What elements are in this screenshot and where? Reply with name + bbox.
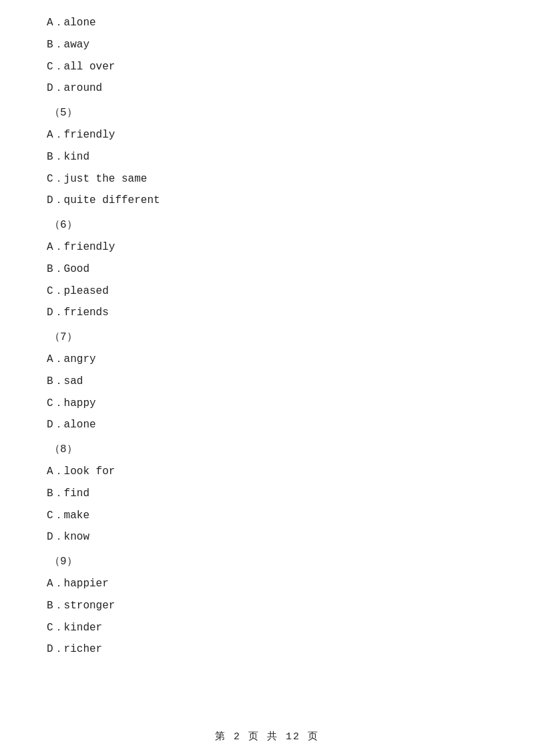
main-content: A．aloneB．awayC．all overD．around（5）A．frie… <box>0 0 534 702</box>
section-label: （5） <box>47 104 487 123</box>
section-label: （6） <box>47 216 487 235</box>
option-item: A．alone <box>47 13 487 33</box>
option-item: C．pleased <box>47 282 487 301</box>
option-item: B．kind <box>47 148 487 167</box>
option-item: D．quite different <box>47 191 487 210</box>
option-item: C．just the same <box>47 170 487 189</box>
section-label: （8） <box>47 440 487 459</box>
option-item: B．stronger <box>47 596 487 616</box>
option-item: A．happier <box>47 574 487 594</box>
option-item: B．find <box>47 484 487 504</box>
footer-text: 第 2 页 共 12 页 <box>215 731 319 743</box>
option-item: A．angry <box>47 350 487 369</box>
option-item: C．make <box>47 506 487 526</box>
option-item: C．all over <box>47 57 487 77</box>
option-item: B．Good <box>47 260 487 279</box>
option-item: C．kinder <box>47 618 487 638</box>
option-item: D．know <box>47 528 487 547</box>
option-item: A．friendly <box>47 126 487 145</box>
section-label: （7） <box>47 328 487 347</box>
option-item: D．around <box>47 79 487 98</box>
option-item: D．friends <box>47 303 487 323</box>
option-item: D．alone <box>47 415 487 435</box>
option-item: D．richer <box>47 640 487 659</box>
option-item: A．friendly <box>47 238 487 257</box>
section-label: （9） <box>47 552 487 572</box>
option-item: B．away <box>47 35 487 55</box>
page-footer: 第 2 页 共 12 页 <box>0 730 534 743</box>
option-item: C．happy <box>47 394 487 413</box>
option-item: B．sad <box>47 372 487 391</box>
option-item: A．look for <box>47 462 487 482</box>
